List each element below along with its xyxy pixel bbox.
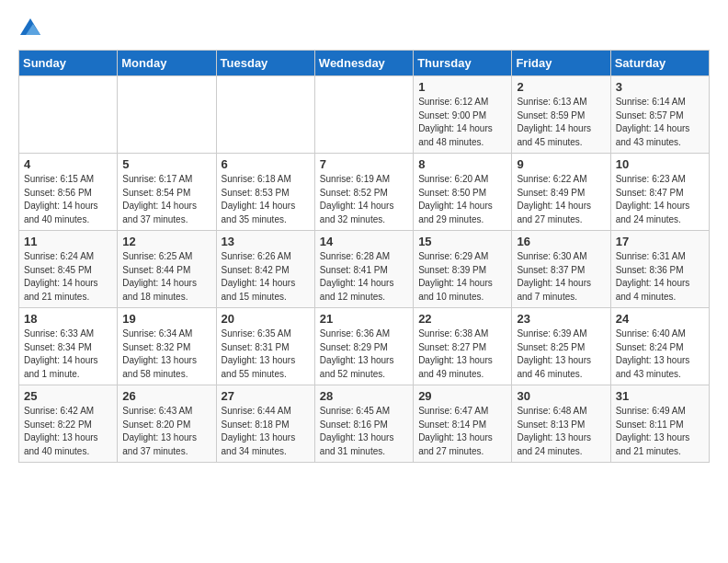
day-info: Sunrise: 6:25 AM Sunset: 8:44 PM Dayligh… bbox=[122, 250, 210, 304]
day-info: Sunrise: 6:40 AM Sunset: 8:24 PM Dayligh… bbox=[616, 327, 704, 381]
calendar-cell: 20Sunrise: 6:35 AM Sunset: 8:31 PM Dayli… bbox=[216, 308, 314, 385]
day-number: 5 bbox=[122, 157, 210, 171]
day-number: 9 bbox=[517, 157, 605, 171]
day-number: 23 bbox=[517, 312, 605, 326]
calendar-cell: 29Sunrise: 6:47 AM Sunset: 8:14 PM Dayli… bbox=[414, 385, 512, 463]
calendar-cell: 31Sunrise: 6:49 AM Sunset: 8:11 PM Dayli… bbox=[610, 385, 709, 463]
day-number: 18 bbox=[24, 312, 112, 326]
day-number: 20 bbox=[222, 312, 310, 326]
calendar-cell bbox=[216, 76, 314, 154]
day-info: Sunrise: 6:19 AM Sunset: 8:52 PM Dayligh… bbox=[320, 173, 408, 226]
day-of-week-header: Wednesday bbox=[314, 51, 413, 76]
day-of-week-header: Monday bbox=[118, 51, 216, 76]
day-info: Sunrise: 6:45 AM Sunset: 8:16 PM Dayligh… bbox=[320, 405, 408, 458]
calendar-cell: 4Sunrise: 6:15 AM Sunset: 8:56 PM Daylig… bbox=[19, 154, 118, 231]
calendar-cell: 6Sunrise: 6:18 AM Sunset: 8:53 PM Daylig… bbox=[216, 154, 314, 231]
day-info: Sunrise: 6:47 AM Sunset: 8:14 PM Dayligh… bbox=[418, 405, 506, 458]
day-info: Sunrise: 6:38 AM Sunset: 8:27 PM Dayligh… bbox=[418, 327, 506, 381]
calendar-cell: 23Sunrise: 6:39 AM Sunset: 8:25 PM Dayli… bbox=[512, 308, 610, 385]
calendar-cell: 1Sunrise: 6:12 AM Sunset: 9:00 PM Daylig… bbox=[414, 76, 512, 154]
day-number: 17 bbox=[616, 235, 704, 248]
calendar-cell: 13Sunrise: 6:26 AM Sunset: 8:42 PM Dayli… bbox=[216, 231, 314, 308]
day-number: 25 bbox=[24, 389, 112, 403]
day-number: 8 bbox=[418, 157, 506, 171]
day-number: 4 bbox=[24, 157, 112, 171]
calendar-cell: 5Sunrise: 6:17 AM Sunset: 8:54 PM Daylig… bbox=[118, 154, 216, 231]
day-of-week-header: Friday bbox=[512, 51, 610, 76]
day-info: Sunrise: 6:49 AM Sunset: 8:11 PM Dayligh… bbox=[616, 405, 704, 458]
day-info: Sunrise: 6:35 AM Sunset: 8:31 PM Dayligh… bbox=[222, 327, 310, 381]
day-number: 7 bbox=[320, 157, 408, 171]
logo-icon bbox=[20, 18, 40, 35]
calendar-cell: 25Sunrise: 6:42 AM Sunset: 8:22 PM Dayli… bbox=[19, 385, 118, 463]
day-info: Sunrise: 6:31 AM Sunset: 8:36 PM Dayligh… bbox=[616, 250, 704, 304]
calendar-cell: 9Sunrise: 6:22 AM Sunset: 8:49 PM Daylig… bbox=[512, 154, 610, 231]
day-info: Sunrise: 6:29 AM Sunset: 8:39 PM Dayligh… bbox=[418, 250, 506, 304]
day-number: 15 bbox=[418, 235, 506, 248]
day-info: Sunrise: 6:36 AM Sunset: 8:29 PM Dayligh… bbox=[320, 327, 408, 381]
day-info: Sunrise: 6:42 AM Sunset: 8:22 PM Dayligh… bbox=[24, 405, 112, 458]
calendar-cell: 10Sunrise: 6:23 AM Sunset: 8:47 PM Dayli… bbox=[610, 154, 709, 231]
calendar-week-row: 11Sunrise: 6:24 AM Sunset: 8:45 PM Dayli… bbox=[19, 231, 710, 308]
calendar-cell: 2Sunrise: 6:13 AM Sunset: 8:59 PM Daylig… bbox=[512, 76, 610, 154]
calendar-cell: 21Sunrise: 6:36 AM Sunset: 8:29 PM Dayli… bbox=[314, 308, 413, 385]
calendar-cell bbox=[314, 76, 413, 154]
day-number: 22 bbox=[418, 312, 506, 326]
day-number: 14 bbox=[320, 235, 408, 248]
day-number: 1 bbox=[418, 80, 506, 94]
calendar-cell: 12Sunrise: 6:25 AM Sunset: 8:44 PM Dayli… bbox=[118, 231, 216, 308]
day-of-week-header: Sunday bbox=[19, 51, 118, 76]
day-info: Sunrise: 6:30 AM Sunset: 8:37 PM Dayligh… bbox=[517, 250, 605, 304]
day-info: Sunrise: 6:18 AM Sunset: 8:53 PM Dayligh… bbox=[222, 173, 310, 226]
day-of-week-header: Saturday bbox=[610, 51, 709, 76]
calendar-week-row: 25Sunrise: 6:42 AM Sunset: 8:22 PM Dayli… bbox=[19, 385, 710, 463]
day-number: 13 bbox=[222, 235, 310, 248]
calendar-week-row: 1Sunrise: 6:12 AM Sunset: 9:00 PM Daylig… bbox=[19, 76, 710, 154]
day-number: 19 bbox=[122, 312, 210, 326]
day-info: Sunrise: 6:17 AM Sunset: 8:54 PM Dayligh… bbox=[122, 173, 210, 226]
calendar-cell bbox=[118, 76, 216, 154]
day-number: 30 bbox=[517, 389, 605, 403]
day-info: Sunrise: 6:13 AM Sunset: 8:59 PM Dayligh… bbox=[517, 96, 605, 149]
calendar-cell: 24Sunrise: 6:40 AM Sunset: 8:24 PM Dayli… bbox=[610, 308, 709, 385]
calendar-cell: 17Sunrise: 6:31 AM Sunset: 8:36 PM Dayli… bbox=[610, 231, 709, 308]
calendar-cell: 16Sunrise: 6:30 AM Sunset: 8:37 PM Dayli… bbox=[512, 231, 610, 308]
day-number: 3 bbox=[616, 80, 704, 94]
day-info: Sunrise: 6:24 AM Sunset: 8:45 PM Dayligh… bbox=[24, 250, 112, 304]
calendar-cell: 22Sunrise: 6:38 AM Sunset: 8:27 PM Dayli… bbox=[414, 308, 512, 385]
calendar-cell: 26Sunrise: 6:43 AM Sunset: 8:20 PM Dayli… bbox=[118, 385, 216, 463]
day-info: Sunrise: 6:23 AM Sunset: 8:47 PM Dayligh… bbox=[616, 173, 704, 226]
day-number: 10 bbox=[616, 157, 704, 171]
day-of-week-header: Tuesday bbox=[216, 51, 314, 76]
day-info: Sunrise: 6:34 AM Sunset: 8:32 PM Dayligh… bbox=[122, 327, 210, 381]
calendar-cell: 30Sunrise: 6:48 AM Sunset: 8:13 PM Dayli… bbox=[512, 385, 610, 463]
day-number: 28 bbox=[320, 389, 408, 403]
logo bbox=[18, 18, 40, 35]
day-info: Sunrise: 6:14 AM Sunset: 8:57 PM Dayligh… bbox=[616, 96, 704, 149]
calendar-cell: 19Sunrise: 6:34 AM Sunset: 8:32 PM Dayli… bbox=[118, 308, 216, 385]
day-info: Sunrise: 6:20 AM Sunset: 8:50 PM Dayligh… bbox=[418, 173, 506, 226]
day-info: Sunrise: 6:44 AM Sunset: 8:18 PM Dayligh… bbox=[222, 405, 310, 458]
day-info: Sunrise: 6:15 AM Sunset: 8:56 PM Dayligh… bbox=[24, 173, 112, 226]
calendar-cell: 8Sunrise: 6:20 AM Sunset: 8:50 PM Daylig… bbox=[414, 154, 512, 231]
day-number: 27 bbox=[222, 389, 310, 403]
day-info: Sunrise: 6:43 AM Sunset: 8:20 PM Dayligh… bbox=[122, 405, 210, 458]
calendar-cell: 11Sunrise: 6:24 AM Sunset: 8:45 PM Dayli… bbox=[19, 231, 118, 308]
calendar-cell: 14Sunrise: 6:28 AM Sunset: 8:41 PM Dayli… bbox=[314, 231, 413, 308]
day-number: 6 bbox=[222, 157, 310, 171]
calendar-cell: 27Sunrise: 6:44 AM Sunset: 8:18 PM Dayli… bbox=[216, 385, 314, 463]
day-number: 12 bbox=[122, 235, 210, 248]
page-header bbox=[18, 18, 710, 35]
day-number: 24 bbox=[616, 312, 704, 326]
day-info: Sunrise: 6:28 AM Sunset: 8:41 PM Dayligh… bbox=[320, 250, 408, 304]
day-number: 26 bbox=[122, 389, 210, 403]
day-number: 29 bbox=[418, 389, 506, 403]
day-number: 16 bbox=[517, 235, 605, 248]
calendar-cell: 3Sunrise: 6:14 AM Sunset: 8:57 PM Daylig… bbox=[610, 76, 709, 154]
calendar-cell bbox=[19, 76, 118, 154]
calendar-week-row: 18Sunrise: 6:33 AM Sunset: 8:34 PM Dayli… bbox=[19, 308, 710, 385]
day-number: 11 bbox=[24, 235, 112, 248]
calendar-header-row: SundayMondayTuesdayWednesdayThursdayFrid… bbox=[19, 51, 710, 76]
day-info: Sunrise: 6:12 AM Sunset: 9:00 PM Dayligh… bbox=[418, 96, 506, 149]
calendar-cell: 28Sunrise: 6:45 AM Sunset: 8:16 PM Dayli… bbox=[314, 385, 413, 463]
